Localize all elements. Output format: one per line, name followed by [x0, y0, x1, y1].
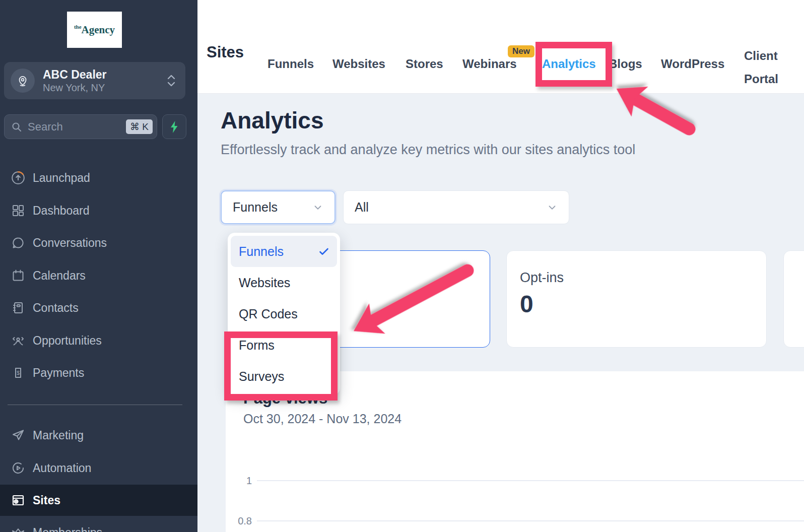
section-title: Sites: [207, 43, 244, 61]
menu-item-label: Websites: [239, 276, 290, 290]
sidebar-divider: [8, 405, 182, 405]
sidebar-item-label: Sites: [33, 494, 60, 507]
tab-funnels[interactable]: Funnels: [267, 57, 314, 71]
sidebar-item-label: Conversations: [33, 236, 107, 250]
menu-item-label: Funnels: [239, 244, 284, 259]
sidebar-item-label: Memberships: [33, 526, 102, 532]
browser-globe-icon: [11, 493, 26, 507]
logo-prefix: the: [74, 24, 82, 30]
sidebar-item-label: Contacts: [33, 301, 79, 315]
svg-text:$: $: [17, 370, 20, 376]
payments-icon: $: [11, 366, 26, 380]
sidebar: theAgency ABC Dealer New York, NY ⌘ K: [0, 0, 197, 532]
agency-logo: theAgency: [67, 12, 122, 48]
metric-card-partial[interactable]: [783, 250, 804, 348]
menu-item-label: Surveys: [239, 369, 284, 384]
opportunities-icon: [11, 334, 26, 348]
sidebar-item-label: Automation: [33, 461, 91, 475]
account-location: New York, NY: [43, 82, 166, 94]
chevron-down-icon: [312, 202, 323, 213]
menu-item-forms[interactable]: Forms: [231, 329, 337, 361]
paper-plane-icon: [11, 428, 26, 442]
new-badge: New: [508, 45, 534, 57]
asset-type-value: Funnels: [233, 200, 278, 215]
page-views-chart-panel: Page views Oct 30, 2024 - Nov 13, 2024 1…: [226, 371, 804, 532]
asset-type-select[interactable]: Funnels: [221, 190, 336, 224]
calendar-icon: [11, 269, 26, 283]
page-subtitle: Effortlessly track and analyze key metri…: [221, 142, 635, 158]
sidebar-item-memberships[interactable]: Memberships: [0, 517, 197, 532]
logo-name: Agency: [82, 24, 115, 36]
sidebar-item-dashboard[interactable]: Dashboard: [0, 195, 197, 226]
metric-card-optins[interactable]: Opt-ins 0: [506, 250, 767, 348]
launchpad-icon: [11, 170, 26, 185]
top-navigation-bar: Sites Funnels Websites Stores Webinars N…: [197, 0, 804, 94]
account-name: ABC Dealer: [43, 68, 166, 82]
sidebar-item-label: Launchpad: [33, 171, 90, 185]
y-axis-tick: 0.8: [230, 515, 252, 527]
gridline: [257, 520, 804, 521]
gridline: [257, 480, 804, 481]
sidebar-item-label: Dashboard: [33, 204, 90, 218]
tab-websites[interactable]: Websites: [332, 57, 385, 71]
page-title: Analytics: [221, 107, 324, 134]
y-axis-tick: 1: [230, 475, 252, 487]
sidebar-item-automation[interactable]: Automation: [0, 452, 197, 484]
chart-date-range: Oct 30, 2024 - Nov 13, 2024: [243, 412, 401, 426]
tab-client-portal[interactable]: Client Portal: [744, 44, 778, 91]
sidebar-item-label: Payments: [33, 366, 84, 380]
menu-item-websites[interactable]: Websites: [231, 267, 337, 298]
bolt-icon: [169, 120, 180, 134]
scope-value: All: [355, 200, 369, 215]
dashboard-icon: [11, 204, 26, 218]
sidebar-item-opportunities[interactable]: Opportunities: [0, 325, 197, 356]
keyboard-shortcut-badge: ⌘ K: [126, 119, 153, 134]
sidebar-item-conversations[interactable]: Conversations: [0, 227, 197, 258]
address-book-icon: [11, 301, 26, 315]
tab-client-portal-line1: Client: [744, 44, 778, 68]
automation-icon: [11, 461, 26, 475]
tab-wordpress[interactable]: WordPress: [661, 57, 724, 71]
chevron-updown-icon: [166, 74, 176, 87]
sidebar-item-label: Opportunities: [33, 334, 102, 348]
chat-bubble-icon: [11, 236, 26, 250]
sidebar-item-calendars[interactable]: Calendars: [0, 260, 197, 291]
metric-value: 0: [520, 290, 533, 318]
menu-item-funnels[interactable]: Funnels: [231, 236, 337, 267]
asset-type-dropdown-menu: Funnels Websites QR Codes Forms Surveys: [228, 233, 340, 395]
tab-client-portal-line2: Portal: [744, 68, 778, 91]
search-input[interactable]: [28, 120, 113, 134]
agency-logo-text: theAgency: [74, 24, 115, 36]
metric-label: Opt-ins: [520, 270, 564, 286]
menu-item-qr-codes[interactable]: QR Codes: [231, 298, 337, 329]
sidebar-item-launchpad[interactable]: Launchpad: [0, 162, 197, 193]
menu-item-label: Forms: [239, 338, 275, 353]
app-screen: theAgency ABC Dealer New York, NY ⌘ K: [0, 0, 804, 532]
chevron-down-icon: [547, 202, 558, 213]
quick-actions-button[interactable]: [162, 114, 186, 139]
tab-webinars[interactable]: Webinars: [462, 57, 517, 71]
sidebar-item-label: Marketing: [33, 429, 84, 442]
menu-item-label: QR Codes: [239, 307, 298, 321]
search-box[interactable]: ⌘ K: [4, 114, 157, 139]
search-icon: [11, 121, 23, 133]
tab-blogs[interactable]: Blogs: [609, 57, 642, 71]
account-switcher[interactable]: ABC Dealer New York, NY: [4, 62, 185, 99]
tab-analytics[interactable]: Analytics: [542, 57, 596, 71]
sidebar-item-sites[interactable]: Sites: [0, 485, 197, 516]
account-info: ABC Dealer New York, NY: [43, 68, 166, 94]
scope-select[interactable]: All: [343, 190, 569, 224]
tab-stores[interactable]: Stores: [406, 57, 443, 71]
menu-item-surveys[interactable]: Surveys: [231, 361, 337, 392]
location-pin-icon: [11, 69, 35, 93]
check-icon: [318, 245, 330, 257]
sidebar-item-marketing[interactable]: Marketing: [0, 420, 197, 451]
crown-icon: [11, 525, 26, 532]
sidebar-item-contacts[interactable]: Contacts: [0, 292, 197, 323]
sidebar-item-payments[interactable]: $ Payments: [0, 357, 197, 388]
sidebar-item-label: Calendars: [33, 269, 86, 283]
